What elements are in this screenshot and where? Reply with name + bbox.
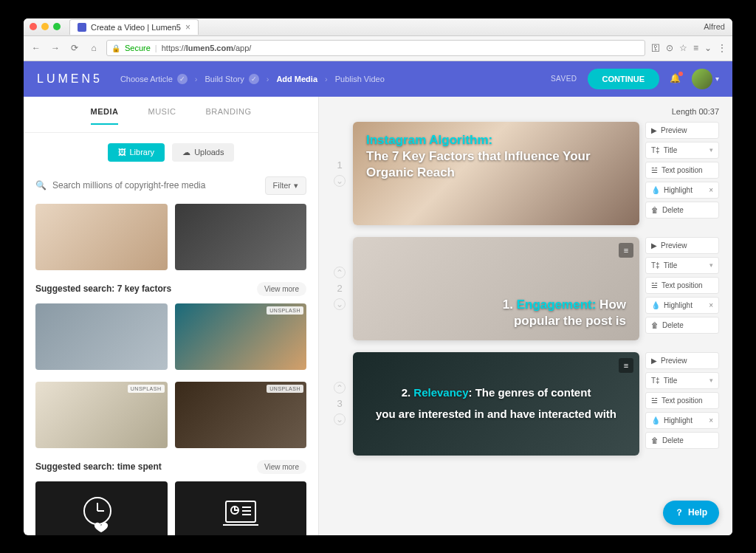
media-scroll[interactable]: Suggested search: 7 key factors View mor…	[24, 204, 318, 535]
scene-row: ⌄ 2 ⌄ ≡ 1. Engagement: How popular the p…	[332, 237, 719, 340]
close-icon[interactable]: ×	[709, 186, 713, 194]
chevron-right-icon: ›	[325, 75, 328, 83]
media-thumb[interactable]: UNSPLASH	[35, 382, 168, 448]
menu-icon[interactable]: ⋮	[718, 43, 726, 53]
chevron-up-icon[interactable]: ⌄	[334, 267, 346, 278]
scene-number-column: ⌄ 3 ⌄	[332, 352, 347, 456]
reload-button[interactable]: ⟳	[68, 43, 81, 53]
image-icon: 🖼	[118, 148, 126, 157]
notification-bell-icon[interactable]: 🔔	[670, 73, 681, 85]
user-menu[interactable]: ▾	[692, 69, 719, 89]
view-more-button[interactable]: View more	[257, 460, 306, 474]
scene-text: Instagram Algorithm: The 7 Key Factors t…	[366, 132, 626, 181]
browser-tab[interactable]: Create a Video | Lumen5 ×	[69, 19, 199, 35]
step-build-story[interactable]: Build Story ✓	[205, 74, 259, 84]
text-position-button[interactable]: ☱Text position	[645, 162, 719, 179]
secure-label: Secure	[125, 44, 151, 52]
delete-button[interactable]: 🗑Delete	[645, 317, 719, 334]
pocket-icon[interactable]: ⌄	[704, 43, 712, 53]
uploads-button[interactable]: ☁Uploads	[172, 143, 234, 162]
chevron-down-icon: ▾	[709, 261, 713, 269]
highlight-button[interactable]: 💧Highlight×	[645, 297, 719, 314]
scene-card[interactable]: ≡ 2. Relevancy: The genres of content yo…	[353, 352, 639, 456]
play-icon: ▶	[651, 357, 657, 365]
media-thumb[interactable]	[35, 481, 168, 535]
scene-overlay: 2. Relevancy: The genres of content you …	[353, 352, 639, 456]
droplet-icon: 💧	[651, 186, 660, 194]
close-icon[interactable]: ×	[709, 416, 713, 425]
search-field[interactable]	[52, 180, 259, 190]
title-dropdown[interactable]: T‡Title▾	[645, 257, 719, 274]
delete-button[interactable]: 🗑Delete	[645, 202, 719, 219]
scene-card[interactable]: Instagram Algorithm: The 7 Key Factors t…	[353, 122, 639, 225]
source-badge: UNSPLASH	[267, 306, 303, 315]
close-icon[interactable]: ×	[709, 301, 713, 309]
media-thumb[interactable]	[35, 204, 168, 270]
tab-music[interactable]: MUSIC	[148, 107, 176, 125]
preview-button[interactable]: ▶Preview	[645, 237, 719, 254]
close-window-button[interactable]	[30, 23, 37, 30]
step-choose-article[interactable]: Choose Article ✓	[120, 74, 188, 84]
tab-media[interactable]: MEDIA	[91, 107, 119, 125]
close-tab-icon[interactable]: ×	[185, 22, 190, 32]
chevron-down-icon[interactable]: ⌄	[334, 413, 346, 425]
tab-title: Create a Video | Lumen5	[91, 23, 181, 32]
highlight-button[interactable]: 💧Highlight×	[645, 182, 719, 199]
scene-text: 2. Relevancy: The genres of content	[402, 385, 591, 400]
laptop-chart-icon	[219, 492, 263, 535]
home-button[interactable]: ⌂	[87, 43, 100, 53]
step-breadcrumb: Choose Article ✓ › Build Story ✓ › Add M…	[120, 74, 385, 84]
forward-button[interactable]: →	[49, 43, 62, 53]
continue-button[interactable]: CONTINUE	[588, 69, 659, 89]
text-position-button[interactable]: ☱Text position	[645, 277, 719, 294]
chevron-up-icon[interactable]: ⌄	[334, 382, 346, 394]
text-icon: T‡	[651, 146, 660, 154]
title-dropdown[interactable]: T‡Title▾	[645, 142, 719, 159]
scene-card[interactable]: ≡ 1. Engagement: How popular the post is	[353, 237, 639, 340]
star-icon[interactable]: ☆	[679, 43, 687, 53]
highlight-button[interactable]: 💧Highlight×	[645, 412, 719, 429]
media-thumb[interactable]: UNSPLASH	[175, 303, 307, 370]
preview-button[interactable]: ▶Preview	[645, 122, 719, 139]
delete-button[interactable]: 🗑Delete	[645, 432, 719, 449]
extension-icon[interactable]: ≡	[693, 43, 698, 53]
logo[interactable]: LUMEN5	[37, 72, 103, 86]
key-icon[interactable]: ⚿	[651, 43, 660, 53]
title-dropdown[interactable]: T‡Title▾	[645, 372, 719, 389]
view-more-button[interactable]: View more	[257, 282, 306, 296]
library-button[interactable]: 🖼Library	[108, 143, 165, 162]
minimize-window-button[interactable]	[41, 23, 49, 30]
maximize-window-button[interactable]	[53, 23, 61, 30]
preview-button[interactable]: ▶Preview	[645, 352, 719, 369]
media-thumb[interactable]	[175, 481, 307, 535]
tab-branding[interactable]: BRANDING	[205, 107, 251, 125]
layout-icon: ☱	[651, 166, 658, 174]
step-add-media[interactable]: Add Media	[276, 75, 317, 83]
scene-controls: ▶Preview T‡Title▾ ☱Text position 💧Highli…	[645, 122, 719, 225]
avatar	[692, 69, 712, 89]
scene-row: ⌄ 3 ⌄ ≡ 2. Relevancy: The genres of cont…	[332, 352, 719, 456]
search-icon[interactable]: ⊙	[666, 43, 673, 53]
section-title: Suggested search: 7 key factors	[35, 284, 171, 294]
mac-titlebar: Create a Video | Lumen5 × Alfred	[24, 18, 732, 36]
step-publish-video[interactable]: Publish Video	[335, 75, 385, 83]
media-row	[35, 204, 306, 270]
section-header: Suggested search: time spent View more	[35, 460, 306, 474]
browser-window: Create a Video | Lumen5 × Alfred ← → ⟳ ⌂…	[24, 18, 732, 535]
filter-button[interactable]: Filter ▾	[265, 176, 306, 195]
check-icon: ✓	[177, 74, 188, 84]
address-bar[interactable]: 🔒 Secure | https://lumen5.com/app/	[106, 40, 645, 56]
app-body: MEDIA MUSIC BRANDING 🖼Library ☁Uploads 🔍…	[24, 97, 732, 535]
favicon	[78, 23, 86, 32]
search-input[interactable]: 🔍	[35, 180, 259, 190]
scene-text-secondary: you are interested in and have interacte…	[376, 407, 616, 422]
help-button[interactable]: ？Help	[663, 501, 719, 525]
text-position-button[interactable]: ☱Text position	[645, 392, 719, 409]
trash-icon: 🗑	[651, 436, 659, 444]
media-thumb[interactable]: UNSPLASH	[175, 382, 307, 448]
chevron-down-icon[interactable]: ⌄	[334, 175, 346, 187]
chevron-down-icon[interactable]: ⌄	[334, 298, 346, 310]
media-thumb[interactable]	[35, 303, 168, 370]
media-thumb[interactable]	[175, 204, 307, 270]
back-button[interactable]: ←	[30, 43, 43, 53]
